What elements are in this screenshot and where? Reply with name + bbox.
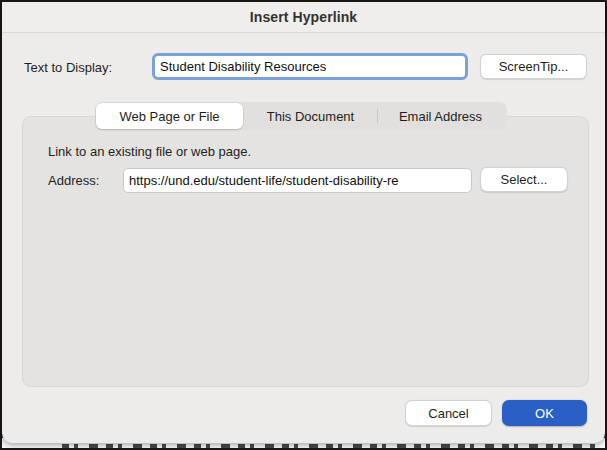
clipped-document-text xyxy=(62,444,595,448)
address-input[interactable] xyxy=(124,173,471,188)
tab-web-page-or-file[interactable]: Web Page or File xyxy=(96,103,243,129)
text-to-display-label: Text to Display: xyxy=(24,60,112,75)
hyperlink-type-tabs: Web Page or File This Document Email Add… xyxy=(95,102,507,130)
select-button[interactable]: Select... xyxy=(480,167,568,192)
dialog-titlebar: Insert Hyperlink xyxy=(2,2,605,33)
insert-hyperlink-dialog: Insert Hyperlink Text to Display: Screen… xyxy=(2,2,605,443)
text-to-display-field-wrapper xyxy=(152,53,468,80)
text-to-display-input[interactable] xyxy=(155,59,465,74)
screenshot-frame: Insert Hyperlink Text to Display: Screen… xyxy=(0,0,607,450)
address-label: Address: xyxy=(48,173,99,188)
address-field-wrapper xyxy=(123,168,472,193)
cancel-button[interactable]: Cancel xyxy=(405,400,492,426)
panel-description: Link to an existing file or web page. xyxy=(48,144,251,159)
screentip-button[interactable]: ScreenTip... xyxy=(480,54,587,79)
tab-this-document[interactable]: This Document xyxy=(244,102,377,130)
dialog-title: Insert Hyperlink xyxy=(250,9,357,25)
tab-email-address[interactable]: Email Address xyxy=(378,102,503,130)
ok-button[interactable]: OK xyxy=(502,400,587,426)
